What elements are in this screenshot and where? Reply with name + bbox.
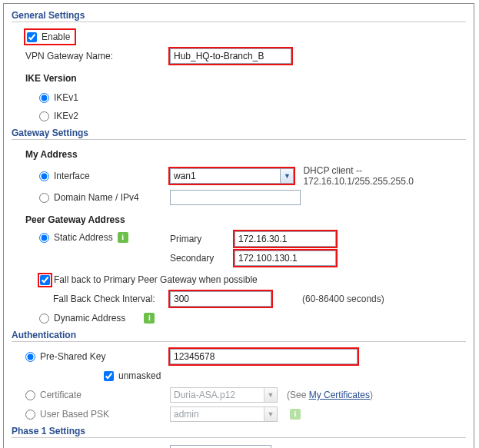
info-icon[interactable]: i	[118, 232, 128, 243]
section-phase1: Phase 1 Settings	[12, 426, 466, 438]
primary-address-input[interactable]	[235, 231, 336, 247]
user-psk-select-value: admin	[174, 409, 199, 420]
ikev2-label: IKEv2	[54, 111, 78, 121]
psk-label: Pre-Shared Key	[40, 351, 105, 362]
static-address-radio[interactable]	[39, 233, 49, 243]
info-icon[interactable]: i	[144, 313, 155, 324]
interface-radio[interactable]	[39, 171, 49, 181]
psk-input[interactable]	[170, 349, 358, 364]
info-icon: i	[290, 409, 301, 420]
static-address-label: Static Address	[54, 232, 113, 243]
my-address-title: My Address	[25, 149, 78, 160]
cert-see-open: (See	[287, 390, 309, 400]
certificate-radio[interactable]	[25, 390, 35, 400]
ikev1-label: IKEv1	[54, 92, 78, 103]
cert-see-close: )	[370, 390, 373, 400]
fallback-label: Fall back to Primary Peer Gateway when p…	[54, 274, 258, 285]
section-authentication: Authentication	[12, 330, 466, 342]
user-psk-label: User Based PSK	[40, 409, 109, 420]
enable-label: Enable	[42, 32, 70, 42]
chevron-down-icon: ▼	[280, 169, 293, 183]
certificate-label: Certificate	[40, 390, 81, 400]
fallback-interval-input[interactable]	[170, 291, 271, 307]
secondary-label: Secondary	[170, 253, 235, 264]
ikev2-radio[interactable]	[39, 111, 49, 121]
ike-version-title: IKE Version	[25, 73, 77, 84]
chevron-down-icon: ▼	[264, 407, 277, 421]
fallback-interval-label: Fall Back Check Interval:	[53, 294, 155, 304]
unmasked-checkbox[interactable]	[104, 371, 114, 381]
certificate-select: Duria-ASA.p12 ▼	[170, 387, 278, 403]
fallback-checkbox[interactable]	[40, 275, 50, 285]
certificate-see-text: (See My Certificates)	[287, 390, 373, 400]
user-psk-radio[interactable]	[25, 410, 35, 420]
domain-label: Domain Name / IPv4	[54, 192, 139, 203]
interface-select[interactable]: wan1 ▼	[170, 168, 294, 184]
psk-radio[interactable]	[25, 352, 35, 362]
my-certificates-link[interactable]: My Certificates	[309, 390, 370, 400]
dynamic-address-label: Dynamic Address	[54, 313, 125, 324]
enable-checkbox[interactable]	[27, 32, 37, 42]
interface-hint: DHCP client -- 172.16.10.1/255.255.255.0	[303, 165, 466, 187]
dynamic-address-radio[interactable]	[39, 314, 49, 324]
fallback-interval-hint: (60-86400 seconds)	[302, 294, 384, 304]
chevron-down-icon: ▼	[264, 388, 277, 402]
certificate-select-value: Duria-ASA.p12	[174, 390, 235, 400]
peer-gateway-title: Peer Gateway Address	[25, 214, 125, 225]
vpn-gateway-name-label: VPN Gateway Name:	[25, 51, 113, 61]
interface-label: Interface	[54, 171, 90, 181]
domain-radio[interactable]	[39, 193, 49, 203]
secondary-address-input[interactable]	[235, 251, 336, 266]
section-general-settings: General Settings	[12, 10, 466, 22]
ikev1-radio[interactable]	[39, 93, 49, 103]
sa-life-input[interactable]	[170, 445, 271, 448]
enable-checkbox-wrap[interactable]: Enable	[25, 30, 75, 44]
vpn-gateway-name-input[interactable]	[170, 48, 291, 64]
interface-select-value: wan1	[174, 171, 196, 181]
section-gateway-settings: Gateway Settings	[12, 128, 466, 140]
user-psk-select: admin ▼	[170, 407, 278, 422]
domain-input[interactable]	[170, 190, 301, 205]
unmasked-label: unmasked	[118, 370, 161, 381]
primary-label: Primary	[170, 234, 235, 244]
